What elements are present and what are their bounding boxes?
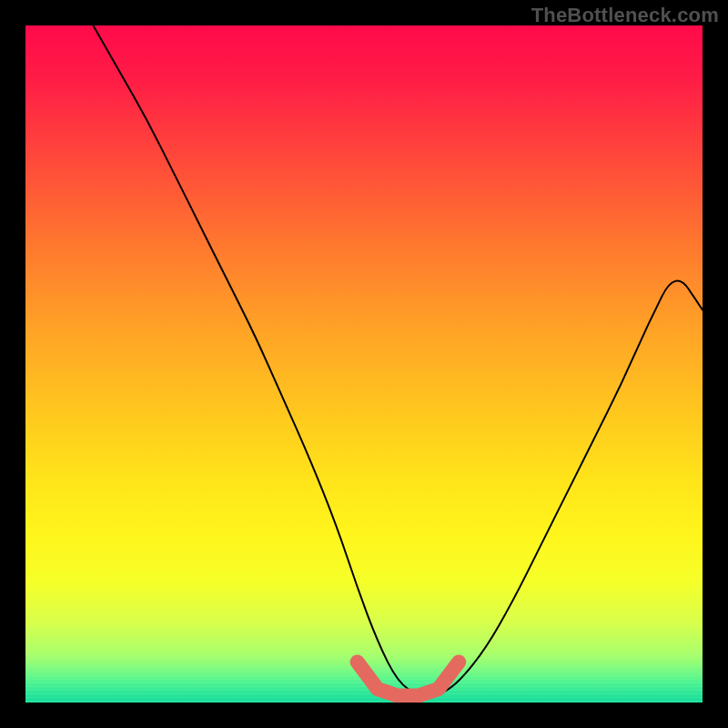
highlight-segment bbox=[358, 662, 460, 695]
watermark-text: TheBottleneck.com bbox=[531, 4, 719, 27]
bottleneck-curve bbox=[93, 25, 703, 696]
chart-frame: TheBottleneck.com bbox=[0, 0, 728, 728]
lines-layer bbox=[25, 25, 703, 703]
plot-area bbox=[25, 25, 703, 703]
chart-svg bbox=[25, 25, 703, 703]
